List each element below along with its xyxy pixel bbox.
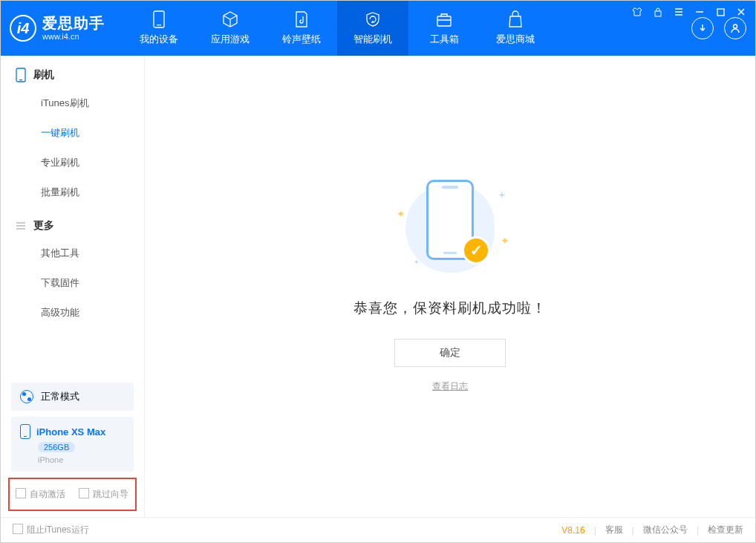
- download-button[interactable]: [691, 17, 714, 39]
- minimize-icon[interactable]: [693, 5, 706, 19]
- svg-rect-1: [157, 25, 161, 25]
- mode-icon: [20, 390, 33, 403]
- sidebar-item-itunes-flash[interactable]: iTunes刷机: [1, 88, 144, 118]
- device-name: iPhone XS Max: [36, 426, 105, 438]
- sparkle-icon: ✦: [501, 235, 509, 247]
- device-icon: [20, 424, 30, 439]
- refresh-shield-icon: [364, 10, 382, 28]
- section-title: 更多: [33, 219, 54, 233]
- svg-rect-2: [437, 16, 451, 26]
- lock-icon[interactable]: [651, 5, 665, 19]
- tab-label: 铃声壁纸: [282, 33, 321, 46]
- header-right-buttons: [691, 17, 746, 39]
- skip-wizard-option[interactable]: 跳过向导: [79, 488, 128, 501]
- version-label: V8.16: [561, 525, 584, 536]
- app-logo[interactable]: i4 爱思助手 www.i4.cn: [10, 15, 105, 42]
- sidebar-item-other-tools[interactable]: 其他工具: [1, 238, 144, 268]
- sparkle-icon: +: [414, 258, 419, 266]
- tab-ringtones-wallpapers[interactable]: 铃声壁纸: [266, 1, 337, 56]
- sidebar-item-pro-flash[interactable]: 专业刷机: [1, 148, 144, 178]
- statusbar: 阻止iTunes运行 V8.16 | 客服 | 微信公众号 | 检查更新: [1, 517, 755, 542]
- music-file-icon: [293, 10, 310, 28]
- tab-store[interactable]: 爱思商城: [480, 1, 551, 56]
- wechat-link[interactable]: 微信公众号: [643, 524, 688, 536]
- tab-label: 工具箱: [430, 33, 459, 46]
- phone-small-icon: [16, 68, 26, 82]
- window-controls: [630, 5, 748, 19]
- section-title: 刷机: [33, 68, 54, 82]
- check-update-link[interactable]: 检查更新: [708, 524, 743, 536]
- mode-label: 正常模式: [41, 390, 79, 403]
- svg-point-3: [734, 25, 737, 28]
- app-subtitle: www.i4.cn: [42, 32, 105, 41]
- device-capacity: 256GB: [38, 442, 75, 452]
- tab-label: 我的设备: [140, 33, 178, 46]
- main-content: ✓ ✦ + ✦ + 恭喜您，保资料刷机成功啦！ 确定 查看日志: [145, 56, 755, 517]
- checkbox-icon[interactable]: [16, 488, 26, 498]
- sidebar-item-oneclick-flash[interactable]: 一键刷机: [1, 118, 144, 148]
- option-label: 阻止iTunes运行: [27, 524, 89, 535]
- checkbox-icon[interactable]: [13, 524, 23, 534]
- toolbox-icon: [435, 10, 453, 28]
- menu-icon[interactable]: [672, 5, 685, 19]
- svg-rect-4: [655, 11, 661, 16]
- sidebar-item-advanced[interactable]: 高级功能: [1, 298, 144, 328]
- list-icon: [16, 221, 26, 231]
- option-label: 自动激活: [30, 489, 65, 499]
- option-label: 跳过向导: [93, 489, 128, 499]
- cube-icon: [221, 10, 239, 28]
- svg-rect-5: [717, 9, 724, 16]
- success-illustration: ✓ ✦ + ✦ +: [391, 180, 509, 276]
- maximize-icon[interactable]: [714, 5, 727, 19]
- tab-smart-flash[interactable]: 智能刷机: [337, 1, 408, 56]
- tab-label: 爱思商城: [496, 33, 535, 46]
- success-message: 恭喜您，保资料刷机成功啦！: [353, 299, 547, 318]
- block-itunes-option[interactable]: 阻止iTunes运行: [13, 524, 89, 536]
- device-type: iPhone: [38, 455, 63, 464]
- sidebar-item-download-firmware[interactable]: 下载固件: [1, 268, 144, 298]
- ok-button[interactable]: 确定: [394, 339, 506, 367]
- device-card[interactable]: iPhone XS Max 256GB iPhone: [11, 417, 134, 472]
- sidebar-item-batch-flash[interactable]: 批量刷机: [1, 178, 144, 207]
- sidebar-section-more: 更多: [1, 207, 144, 238]
- checkbox-icon[interactable]: [79, 488, 89, 498]
- header: i4 爱思助手 www.i4.cn 我的设备 应用游戏 铃声壁纸 智能刷机 工具…: [1, 1, 755, 56]
- bag-icon: [506, 10, 524, 28]
- mode-card[interactable]: 正常模式: [11, 383, 134, 411]
- tab-toolbox[interactable]: 工具箱: [408, 1, 480, 56]
- main-tabs: 我的设备 应用游戏 铃声壁纸 智能刷机 工具箱 爱思商城: [123, 1, 691, 56]
- view-log-link[interactable]: 查看日志: [432, 380, 468, 393]
- svg-rect-7: [19, 79, 22, 80]
- sparkle-icon: ✦: [397, 208, 405, 220]
- options-highlight-box: 自动激活 跳过向导: [8, 478, 137, 511]
- sidebar: 刷机 iTunes刷机 一键刷机 专业刷机 批量刷机 更多 其他工具 下载固件 …: [1, 56, 145, 517]
- shirt-icon[interactable]: [630, 5, 644, 19]
- support-link[interactable]: 客服: [605, 524, 623, 536]
- user-button[interactable]: [724, 17, 746, 39]
- logo-text: 爱思助手 www.i4.cn: [42, 16, 105, 41]
- tab-label: 应用游戏: [211, 33, 250, 46]
- tab-label: 智能刷机: [353, 33, 392, 46]
- tab-apps-games[interactable]: 应用游戏: [195, 1, 266, 56]
- close-icon[interactable]: [734, 5, 748, 19]
- tab-my-device[interactable]: 我的设备: [123, 1, 195, 56]
- sparkle-icon: +: [499, 189, 505, 201]
- auto-activate-option[interactable]: 自动激活: [16, 488, 65, 501]
- phone-icon: [150, 10, 168, 28]
- logo-icon: i4: [10, 15, 36, 42]
- app-title: 爱思助手: [42, 16, 105, 30]
- sidebar-bottom: 正常模式 iPhone XS Max 256GB iPhone 自动激活 跳过向…: [1, 377, 144, 517]
- check-badge-icon: ✓: [462, 236, 490, 264]
- sidebar-section-flash: 刷机: [1, 56, 144, 88]
